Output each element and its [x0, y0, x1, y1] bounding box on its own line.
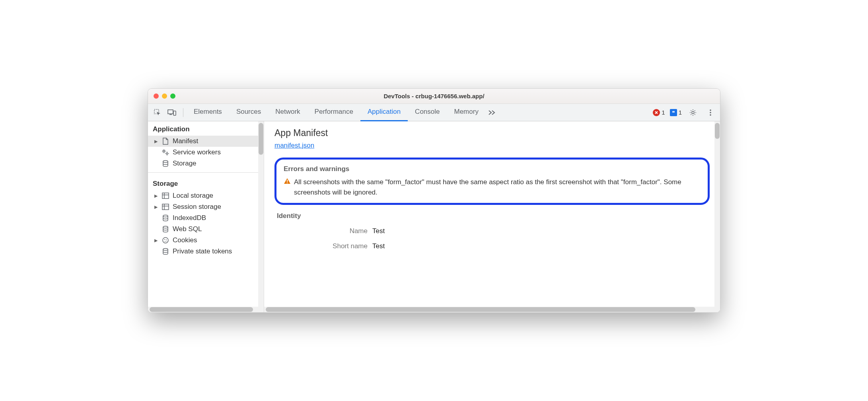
sidebar-divider — [148, 172, 264, 173]
expand-arrow-icon: ▶ — [154, 139, 158, 144]
issues-badge[interactable]: 1 — [670, 109, 682, 116]
warning-row: All screenshots with the same "form_fact… — [284, 177, 701, 197]
sidebar-item-label: IndexedDB — [173, 214, 206, 222]
close-window-button[interactable] — [154, 93, 159, 99]
svg-point-5 — [710, 109, 711, 111]
tab-sources[interactable]: Sources — [229, 104, 268, 121]
svg-point-18 — [165, 241, 165, 242]
sidebar-item-cookies[interactable]: ▶ Cookies — [148, 235, 264, 246]
sidebar-item-service-workers[interactable]: Service workers — [148, 147, 264, 158]
svg-point-14 — [163, 226, 168, 228]
tab-elements[interactable]: Elements — [187, 104, 229, 121]
identity-key: Short name — [277, 242, 372, 250]
svg-point-20 — [163, 249, 168, 251]
main-scrollbar-thumb[interactable] — [715, 123, 720, 139]
sidebar-item-manifest[interactable]: ▶ Manifest — [148, 136, 264, 147]
svg-point-17 — [166, 239, 167, 240]
cookie-icon — [162, 236, 169, 244]
svg-rect-11 — [162, 193, 169, 199]
identity-row-short-name: Short name Test — [277, 242, 707, 250]
more-tabs-icon[interactable] — [486, 110, 498, 115]
svg-point-13 — [163, 215, 168, 217]
sidebar-item-label: Storage — [173, 160, 197, 167]
zoom-window-button[interactable] — [170, 93, 175, 99]
warning-text: All screenshots with the same "form_fact… — [294, 177, 701, 197]
expand-arrow-icon: ▶ — [154, 204, 158, 210]
file-icon — [162, 137, 169, 145]
svg-rect-22 — [287, 183, 288, 183]
issue-icon — [670, 109, 677, 116]
error-icon — [653, 109, 660, 116]
main-horizontal-scrollbar[interactable] — [264, 307, 714, 312]
main-toolbar: Elements Sources Network Performance App… — [148, 104, 720, 121]
warning-icon — [284, 178, 291, 184]
sidebar-section-storage: Storage — [148, 176, 264, 190]
gears-icon — [162, 148, 169, 156]
sidebar-scrollbar[interactable] — [258, 121, 264, 312]
svg-point-9 — [166, 153, 168, 154]
sidebar-item-label: Web SQL — [173, 225, 202, 233]
identity-row-name: Name Test — [277, 227, 707, 235]
sidebar-horizontal-scrollbar-thumb[interactable] — [150, 307, 253, 312]
sidebar-item-private-state-tokens[interactable]: Private state tokens — [148, 246, 264, 257]
svg-point-8 — [163, 150, 165, 152]
sidebar-horizontal-scrollbar[interactable] — [148, 307, 258, 312]
sidebar-item-label: Cookies — [173, 236, 197, 244]
devtools-window: DevTools - crbug-1476656.web.app/ Elemen… — [148, 88, 720, 313]
main-horizontal-scrollbar-thumb[interactable] — [266, 307, 695, 312]
minimize-window-button[interactable] — [162, 93, 167, 99]
tab-network[interactable]: Network — [268, 104, 307, 121]
identity-value: Test — [372, 227, 385, 235]
sidebar-item-local-storage[interactable]: ▶ Local storage — [148, 190, 264, 201]
sidebar-item-indexeddb[interactable]: IndexedDB — [148, 212, 264, 224]
application-sidebar: Application ▶ Manifest Service workers — [148, 121, 264, 312]
errors-badge[interactable]: 1 — [653, 109, 665, 116]
table-icon — [162, 192, 169, 200]
database-icon — [162, 214, 169, 222]
inspect-element-icon[interactable] — [151, 106, 164, 119]
svg-point-15 — [163, 237, 168, 243]
identity-key: Name — [277, 227, 372, 235]
sidebar-scrollbar-thumb[interactable] — [259, 123, 263, 155]
svg-rect-1 — [168, 110, 173, 114]
table-icon — [162, 203, 169, 211]
svg-point-10 — [163, 161, 168, 163]
tab-application[interactable]: Application — [360, 104, 408, 121]
svg-rect-21 — [287, 180, 288, 182]
database-icon — [162, 160, 169, 167]
sidebar-item-label: Service workers — [173, 148, 221, 156]
toolbar-divider — [183, 108, 183, 117]
sidebar-item-storage[interactable]: Storage — [148, 158, 264, 169]
tab-memory[interactable]: Memory — [447, 104, 485, 121]
sidebar-item-label: Local storage — [173, 192, 213, 200]
device-toolbar-icon[interactable] — [165, 106, 178, 119]
kebab-menu-icon[interactable] — [704, 106, 717, 119]
manifest-link[interactable]: manifest.json — [274, 142, 314, 149]
issue-count: 1 — [679, 109, 682, 116]
main-scrollbar[interactable] — [714, 121, 720, 312]
sidebar-item-label: Private state tokens — [173, 247, 232, 255]
panel-tabs: Elements Sources Network Performance App… — [187, 104, 498, 121]
identity-section: Identity Name Test Short name Test — [274, 212, 710, 250]
expand-arrow-icon: ▶ — [154, 193, 158, 199]
svg-point-16 — [164, 239, 165, 240]
svg-rect-12 — [162, 204, 169, 210]
expand-arrow-icon: ▶ — [154, 238, 158, 243]
main-panel: App Manifest manifest.json Errors and wa… — [264, 121, 720, 312]
svg-point-4 — [692, 111, 694, 114]
window-title: DevTools - crbug-1476656.web.app/ — [383, 93, 484, 99]
titlebar: DevTools - crbug-1476656.web.app/ — [148, 89, 720, 104]
sidebar-item-web-sql[interactable]: Web SQL — [148, 224, 264, 235]
database-icon — [162, 225, 169, 233]
sidebar-item-label: Manifest — [173, 137, 198, 145]
errors-warnings-callout: Errors and warnings All screenshots with… — [274, 158, 710, 205]
identity-title: Identity — [277, 212, 707, 220]
sidebar-section-application: Application — [148, 121, 264, 136]
tab-performance[interactable]: Performance — [307, 104, 360, 121]
svg-rect-2 — [173, 111, 176, 115]
tab-console[interactable]: Console — [408, 104, 447, 121]
error-count: 1 — [662, 109, 665, 116]
sidebar-item-session-storage[interactable]: ▶ Session storage — [148, 201, 264, 212]
database-icon — [162, 247, 169, 255]
settings-icon[interactable] — [687, 106, 699, 119]
